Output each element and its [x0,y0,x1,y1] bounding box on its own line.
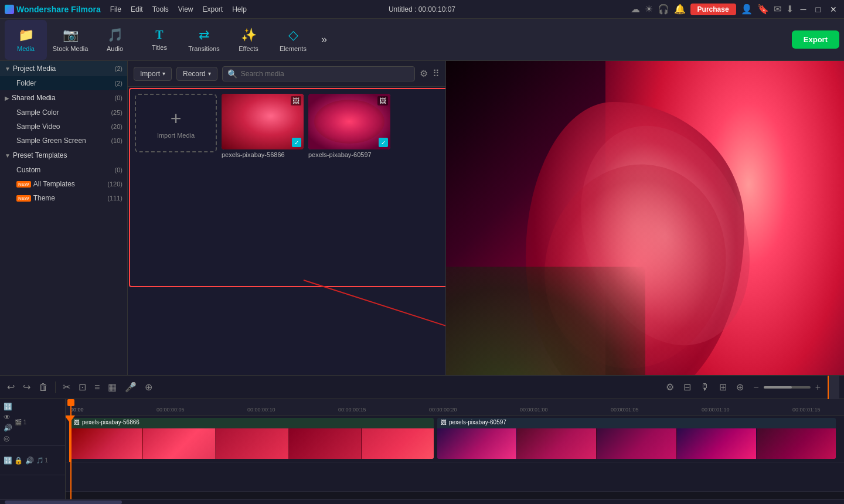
transitions-label: Transitions [188,45,219,52]
undo-button[interactable]: ↩ [5,380,17,394]
mic-icon[interactable]: 🎙 [698,381,712,394]
project-media-header[interactable]: ▼ Project Media (2) [0,61,127,76]
sun-icon[interactable]: ☀ [645,4,653,15]
preset-templates-header[interactable]: ▼ Preset Templates [0,148,127,163]
menu-file[interactable]: File [110,5,121,13]
import-media-text: Import Media [157,132,195,139]
toolbar-audio[interactable]: 🎵 Audio [94,20,136,60]
video-track-label: 🎬 1 [15,419,26,425]
clip2-name: pexels-pixabay-60597 [449,419,506,425]
app-name: Wondershare Filmora [16,5,101,14]
merge-button[interactable]: ⊕ [142,380,155,394]
theme-count: (111) [107,195,122,202]
import-media-placeholder[interactable]: + Import Media [135,94,217,152]
audio-num-icon[interactable]: 🔢 [4,457,12,465]
record-label: Record [183,70,206,78]
media-item-name-1: pexels-pixabay-56866 [222,151,304,158]
settings-icon[interactable]: ⚙ [663,380,676,394]
redo-button[interactable]: ↪ [21,380,33,394]
toolbar-stock-media[interactable]: 📷 Stock Media [49,20,91,60]
snap-icon[interactable]: ⊟ [681,380,693,394]
user-icon[interactable]: 👤 [741,4,753,15]
audio-detach-button[interactable]: ▦ [106,380,119,394]
video-visible-icon[interactable]: 👁 [4,413,12,421]
zoom-out-button[interactable]: − [751,381,761,394]
menu-view[interactable]: View [178,5,193,13]
crop-button[interactable]: ⊡ [76,380,89,394]
media-item-1[interactable]: 🖼 ✓ pexels-pixabay-56866 [222,94,304,158]
notification-icon[interactable]: 🔔 [674,4,686,15]
menu-edit[interactable]: Edit [131,5,143,13]
download-icon[interactable]: ⬇ [786,4,794,15]
adjust-icon[interactable]: ⊞ [717,380,729,394]
add-track-icon[interactable]: ⊕ [734,380,746,394]
toolbar-more-button[interactable]: » [316,31,332,48]
project-media-arrow: ▼ [5,66,11,72]
sample-green-item[interactable]: Sample Green Screen (10) [0,134,127,148]
close-button[interactable]: ✕ [828,5,839,14]
menu-tools[interactable]: Tools [152,5,169,13]
audio-lock-icon[interactable]: 🔒 [14,457,23,465]
zoom-in-button[interactable]: + [813,381,823,394]
mail-icon[interactable]: ✉ [774,4,781,15]
filter-icon[interactable]: ⚙ [420,68,428,79]
theme-item[interactable]: NEW Theme (111) [0,191,127,205]
search-box: 🔍 [222,66,415,81]
grid-view-icon[interactable]: ⠿ [433,68,440,79]
toolbar-media[interactable]: 📁 Media [5,20,47,60]
audio-vol-icon[interactable]: 🔊 [25,457,34,465]
frame-4 [289,428,362,459]
folder-item[interactable]: Folder (2) [0,76,127,90]
record-button[interactable]: Record ▾ [176,67,217,81]
all-templates-item[interactable]: NEW All Templates (120) [0,177,127,191]
timeline-toolbar: ↩ ↪ 🗑 ✂ ⊡ ≡ ▦ 🎤 ⊕ ⚙ ⊟ 🎙 ⊞ ⊕ − + [0,376,844,399]
shared-media-count: (0) [115,94,122,101]
shared-media-header[interactable]: ▶ Shared Media (0) [0,90,127,105]
timeline-scrollbar[interactable] [0,499,844,504]
sample-video-item[interactable]: Sample Video (20) [0,120,127,134]
media-item-2[interactable]: 🖼 ✓ pexels-pixabay-60597 [308,94,390,158]
cut-button[interactable]: ✂ [60,380,73,394]
frame-5 [362,428,434,459]
titlebar: Wondershare Filmora File Edit Tools View… [0,0,844,19]
minimize-button[interactable]: ─ [798,5,809,14]
toolbar-elements[interactable]: ◇ Elements [272,20,314,60]
shared-media-arrow: ▶ [5,95,9,101]
record-arrow-icon: ▾ [208,70,211,77]
video-lock-icon[interactable]: 🔢 [4,403,12,411]
audio-track-label: 🎵 1 [36,457,48,464]
zoom-fill [764,386,792,389]
import-button[interactable]: Import ▾ [134,67,172,81]
audio-icon: 🎵 [107,28,123,43]
speed-button[interactable]: ≡ [92,381,102,394]
sample-color-item[interactable]: Sample Color (25) [0,105,127,120]
toolbar-effects[interactable]: ✨ Effects [227,20,270,60]
titles-icon: T [155,28,163,42]
sample-color-label: Sample Color [16,108,111,117]
media-toolbar: Import ▾ Record ▾ 🔍 ⚙ ⠿ [128,61,445,87]
cloud-icon[interactable]: ☁ [631,4,640,15]
menu-help[interactable]: Help [232,5,247,13]
toolbar-titles[interactable]: T Titles [138,20,181,60]
export-button[interactable]: Export [792,30,839,49]
purchase-button[interactable]: Purchase [690,4,736,15]
ruler-115: 00:00:01:15 [792,407,821,413]
bookmark-icon[interactable]: 🔖 [757,4,769,15]
toolbar-transitions[interactable]: ⇄ Transitions [183,20,225,60]
project-media-label: Project Media [13,64,115,73]
all-templates-count: (120) [107,181,122,188]
video-clip-1[interactable]: 🖼 pexels-pixabay-56866 [70,418,434,459]
video-mute-icon[interactable]: 🔊 [4,424,12,432]
plus-icon: + [171,108,182,130]
voice-button[interactable]: 🎤 [122,380,139,394]
delete-button[interactable]: 🗑 [36,381,50,394]
video-clip-2[interactable]: 🖼 pexels-pixabay-60597 [437,418,836,459]
dframe-3 [597,428,676,459]
scrollbar-thumb[interactable] [5,500,122,504]
custom-item[interactable]: Custom (0) [0,163,127,177]
menu-export[interactable]: Export [203,5,223,13]
search-input[interactable] [241,70,410,78]
maximize-button[interactable]: □ [814,5,823,14]
headset-icon[interactable]: 🎧 [658,4,669,15]
video-eye-icon[interactable]: ◎ [4,434,12,442]
